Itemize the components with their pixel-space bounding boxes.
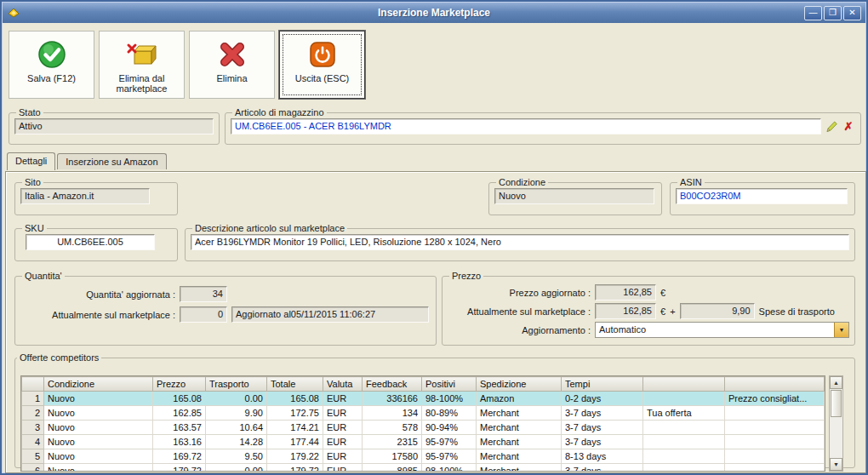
column-header[interactable]: Spedizione — [477, 377, 562, 392]
table-cell[interactable] — [643, 464, 725, 472]
column-header[interactable]: Valuta — [323, 377, 363, 392]
scrollbar-thumb[interactable] — [831, 390, 842, 417]
minimize-button[interactable]: — — [804, 6, 822, 20]
articolo-field[interactable]: UM.CB6EE.005 - ACER B196LYMDR — [231, 118, 821, 134]
table-cell[interactable]: 95-97% — [422, 449, 477, 464]
table-cell[interactable]: Nuovo — [44, 449, 153, 464]
tab-dettagli[interactable]: Dettagli — [7, 152, 55, 170]
table-cell[interactable]: 2315 — [363, 435, 422, 449]
table-cell[interactable]: EUR — [323, 449, 363, 464]
table-row[interactable]: 4Nuovo163.1614.28177.44EUR231595-97%Merc… — [22, 435, 825, 449]
scroll-down-icon[interactable]: ▼ — [830, 458, 842, 471]
asin-field[interactable]: B00CO23R0M — [676, 188, 848, 204]
table-cell[interactable]: 3 — [22, 421, 44, 435]
table-cell[interactable]: 163.57 — [153, 421, 206, 435]
tab-inserzione-amazon[interactable]: Inserzione su Amazon — [57, 153, 166, 169]
table-cell[interactable] — [725, 464, 825, 472]
table-cell[interactable]: 169.72 — [153, 449, 206, 464]
table-cell[interactable]: Nuovo — [44, 464, 153, 472]
table-cell[interactable]: Prezzo consigliat... — [725, 392, 825, 406]
table-cell[interactable]: Tua offerta — [643, 406, 725, 421]
save-button[interactable]: Salva (F12) — [9, 31, 94, 99]
table-cell[interactable]: 98-100% — [422, 464, 477, 472]
table-cell[interactable]: 4 — [22, 435, 44, 449]
close-button[interactable]: ✕ — [843, 6, 861, 20]
column-header[interactable]: Feedback — [363, 377, 422, 392]
column-header[interactable]: Totale — [267, 377, 323, 392]
vertical-scrollbar[interactable]: ▲ ▼ — [829, 375, 843, 472]
table-cell[interactable] — [643, 449, 725, 464]
table-cell[interactable]: Merchant — [477, 406, 562, 421]
column-header[interactable] — [22, 377, 44, 392]
column-header[interactable] — [725, 377, 825, 392]
table-cell[interactable]: 165.08 — [267, 392, 323, 406]
table-cell[interactable]: 0-2 days — [562, 392, 643, 406]
table-cell[interactable]: 179.72 — [267, 464, 323, 472]
table-cell[interactable]: 162.85 — [153, 406, 206, 421]
table-cell[interactable]: 3-7 days — [562, 435, 643, 449]
table-cell[interactable]: 179.72 — [153, 464, 206, 472]
edit-pencil-icon[interactable] — [825, 120, 838, 134]
table-cell[interactable]: 1 — [22, 392, 44, 406]
table-cell[interactable]: 172.75 — [267, 406, 323, 421]
table-cell[interactable] — [643, 435, 725, 449]
table-cell[interactable]: 5 — [22, 449, 44, 464]
table-cell[interactable]: Merchant — [477, 449, 562, 464]
titlebar[interactable]: Inserzione Marketplace — ❐ ✕ — [3, 3, 865, 23]
table-cell[interactable] — [725, 421, 825, 435]
table-row[interactable]: 6Nuovo179.720.00179.72EUR898598-100%Merc… — [22, 464, 825, 472]
table-cell[interactable]: Nuovo — [44, 435, 153, 449]
column-header[interactable]: Positivi — [422, 377, 477, 392]
column-header[interactable]: Condizione — [44, 377, 153, 392]
table-cell[interactable]: 177.44 — [267, 435, 323, 449]
table-cell[interactable]: 3-7 days — [562, 406, 643, 421]
table-cell[interactable]: 2 — [22, 406, 44, 421]
table-row[interactable]: 1Nuovo165.080.00165.08EUR33616698-100%Am… — [22, 392, 825, 406]
table-cell[interactable] — [643, 392, 725, 406]
table-cell[interactable]: Amazon — [477, 392, 562, 406]
table-cell[interactable]: 179.22 — [267, 449, 323, 464]
chevron-down-icon[interactable]: ▼ — [834, 323, 848, 337]
table-cell[interactable]: Merchant — [477, 464, 562, 472]
clear-article-icon[interactable]: ✗ — [842, 120, 855, 134]
table-row[interactable]: 2Nuovo162.859.90172.75EUR13480-89%Mercha… — [22, 406, 825, 421]
descrizione-field[interactable]: Acer B196LYMDR Monitor 19 Pollici, LED, … — [191, 234, 849, 250]
table-cell[interactable]: 9.90 — [206, 406, 267, 421]
table-cell[interactable]: EUR — [323, 392, 363, 406]
table-cell[interactable]: 95-97% — [422, 435, 477, 449]
table-cell[interactable]: EUR — [323, 464, 363, 472]
table-cell[interactable]: EUR — [323, 421, 363, 435]
table-cell[interactable]: Nuovo — [44, 406, 153, 421]
table-cell[interactable]: 0.00 — [206, 392, 267, 406]
table-cell[interactable]: 163.16 — [153, 435, 206, 449]
table-cell[interactable]: 134 — [363, 406, 422, 421]
table-cell[interactable]: EUR — [323, 435, 363, 449]
maximize-button[interactable]: ❐ — [824, 6, 842, 20]
table-cell[interactable]: 3-7 days — [562, 421, 643, 435]
column-header[interactable]: Prezzo — [153, 377, 206, 392]
table-cell[interactable] — [725, 406, 825, 421]
table-cell[interactable]: 10.64 — [206, 421, 267, 435]
table-cell[interactable]: 8985 — [363, 464, 422, 472]
table-cell[interactable]: 0.00 — [206, 464, 267, 472]
table-row[interactable]: 3Nuovo163.5710.64174.21EUR57890-94%Merch… — [22, 421, 825, 435]
table-cell[interactable]: 165.08 — [153, 392, 206, 406]
table-cell[interactable]: 6 — [22, 464, 44, 472]
table-cell[interactable] — [725, 449, 825, 464]
table-cell[interactable]: Nuovo — [44, 392, 153, 406]
table-cell[interactable]: 14.28 — [206, 435, 267, 449]
table-cell[interactable] — [643, 421, 725, 435]
table-cell[interactable]: 8-13 days — [562, 449, 643, 464]
table-cell[interactable]: Merchant — [477, 421, 562, 435]
table-cell[interactable]: Nuovo — [44, 421, 153, 435]
aggiornamento-combobox[interactable]: Automatico ▼ — [595, 322, 849, 338]
exit-button[interactable]: Uscita (ESC) — [279, 31, 365, 99]
scroll-up-icon[interactable]: ▲ — [830, 376, 842, 389]
table-cell[interactable]: Merchant — [477, 435, 562, 449]
table-cell[interactable]: EUR — [323, 406, 363, 421]
table-row[interactable]: 5Nuovo169.729.50179.22EUR1758095-97%Merc… — [22, 449, 825, 464]
table-cell[interactable]: 578 — [363, 421, 422, 435]
table-cell[interactable]: 98-100% — [422, 392, 477, 406]
column-header[interactable] — [643, 377, 725, 392]
table-cell[interactable] — [725, 435, 825, 449]
